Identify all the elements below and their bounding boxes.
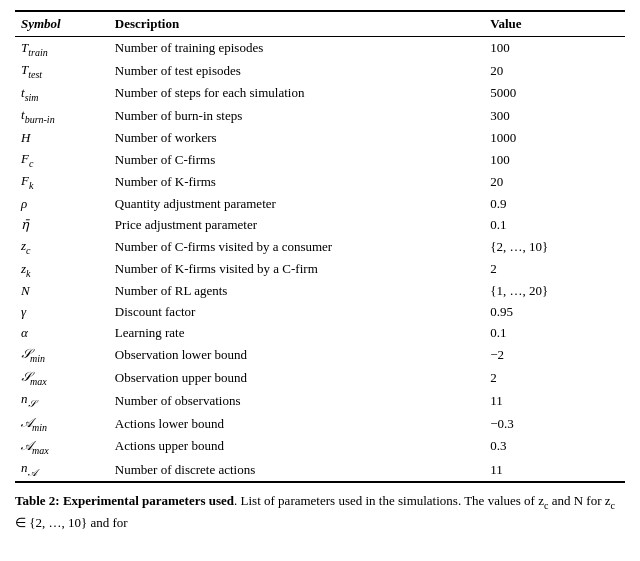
cell-value: {1, …, 20} [484,281,625,302]
cell-value: {2, …, 10} [484,236,625,259]
table-row: ρQuantity adjustment parameter0.9 [15,194,625,215]
cell-description: Actions upper bound [109,435,484,458]
cell-symbol: γ [15,302,109,323]
cell-symbol: zk [15,258,109,281]
table-row: η̄Price adjustment parameter0.1 [15,215,625,236]
cell-description: Discount factor [109,302,484,323]
caption-text3: ∈ {2, …, 10} and for [15,515,128,530]
caption-text2: and N for z [548,493,610,508]
cell-value: 20 [484,171,625,194]
cell-symbol: H [15,127,109,148]
cell-description: Number of discrete actions [109,458,484,483]
cell-symbol: tburn-in [15,105,109,128]
cell-description: Number of observations [109,389,484,413]
cell-symbol: 𝒮max [15,366,109,389]
cell-value: −0.3 [484,413,625,436]
cell-value: 5000 [484,82,625,105]
cell-description: Number of steps for each simulation [109,82,484,105]
cell-description: Learning rate [109,323,484,344]
cell-symbol: η̄ [15,215,109,236]
cell-value: 0.95 [484,302,625,323]
cell-symbol: n𝒮 [15,389,109,413]
cell-symbol: 𝒜max [15,435,109,458]
table-caption: Table 2: Experimental parameters used. L… [15,491,625,532]
cell-value: −2 [484,344,625,367]
cell-description: Number of training episodes [109,37,484,60]
cell-value: 100 [484,37,625,60]
header-symbol: Symbol [15,11,109,37]
table-row: 𝒜minActions lower bound−0.3 [15,413,625,436]
caption-text: . List of parameters used in the simulat… [234,493,544,508]
cell-description: Number of workers [109,127,484,148]
cell-symbol: n𝒜 [15,458,109,483]
cell-symbol: tsim [15,82,109,105]
table-row: FkNumber of K-firms20 [15,171,625,194]
header-description: Description [109,11,484,37]
cell-description: Price adjustment parameter [109,215,484,236]
table-row: n𝒜Number of discrete actions11 [15,458,625,483]
cell-value: 100 [484,148,625,171]
caption-label: Table 2: Experimental parameters used [15,493,234,508]
cell-symbol: Ttest [15,60,109,83]
table-row: 𝒮maxObservation upper bound2 [15,366,625,389]
parameters-table: Symbol Description Value TtrainNumber of… [15,10,625,483]
cell-value: 1000 [484,127,625,148]
table-row: αLearning rate0.1 [15,323,625,344]
cell-value: 0.3 [484,435,625,458]
cell-value: 2 [484,258,625,281]
table-row: 𝒮minObservation lower bound−2 [15,344,625,367]
table-row: zcNumber of C-firms visited by a consume… [15,236,625,259]
table-row: TtestNumber of test episodes20 [15,60,625,83]
cell-description: Number of K-firms [109,171,484,194]
cell-description: Number of K-firms visited by a C-firm [109,258,484,281]
cell-description: Number of C-firms [109,148,484,171]
cell-description: Quantity adjustment parameter [109,194,484,215]
cell-description: Number of test episodes [109,60,484,83]
table-row: n𝒮Number of observations11 [15,389,625,413]
cell-symbol: Fk [15,171,109,194]
cell-symbol: α [15,323,109,344]
cell-value: 20 [484,60,625,83]
cell-symbol: ρ [15,194,109,215]
cell-description: Actions lower bound [109,413,484,436]
cell-symbol: N [15,281,109,302]
cell-value: 2 [484,366,625,389]
cell-symbol: 𝒮min [15,344,109,367]
table-row: HNumber of workers1000 [15,127,625,148]
table-row: tburn-inNumber of burn-in steps300 [15,105,625,128]
table-row: zkNumber of K-firms visited by a C-firm2 [15,258,625,281]
cell-description: Number of RL agents [109,281,484,302]
cell-value: 11 [484,389,625,413]
table-row: FcNumber of C-firms100 [15,148,625,171]
cell-symbol: zc [15,236,109,259]
cell-symbol: Fc [15,148,109,171]
table-row: TtrainNumber of training episodes100 [15,37,625,60]
cell-description: Number of burn-in steps [109,105,484,128]
cell-value: 0.1 [484,215,625,236]
cell-value: 0.1 [484,323,625,344]
cell-value: 0.9 [484,194,625,215]
cell-value: 300 [484,105,625,128]
header-value: Value [484,11,625,37]
cell-description: Number of C-firms visited by a consumer [109,236,484,259]
table-row: 𝒜maxActions upper bound0.3 [15,435,625,458]
caption-sub2: c [611,500,615,511]
table-row: NNumber of RL agents{1, …, 20} [15,281,625,302]
table-row: γDiscount factor0.95 [15,302,625,323]
cell-symbol: 𝒜min [15,413,109,436]
table-row: tsimNumber of steps for each simulation5… [15,82,625,105]
cell-value: 11 [484,458,625,483]
cell-description: Observation lower bound [109,344,484,367]
cell-symbol: Ttrain [15,37,109,60]
cell-description: Observation upper bound [109,366,484,389]
